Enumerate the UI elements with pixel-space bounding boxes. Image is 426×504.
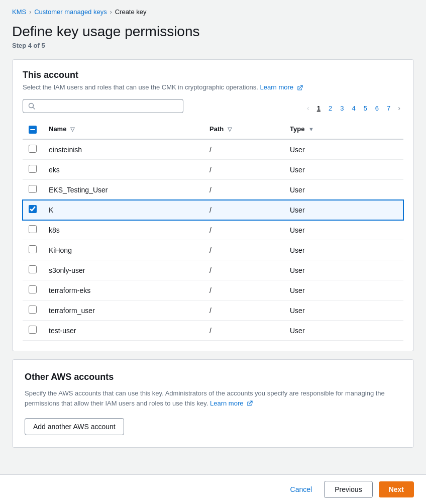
this-account-title: This account bbox=[23, 70, 403, 80]
row-checkbox-cell[interactable] bbox=[23, 300, 43, 321]
search-icon bbox=[28, 103, 35, 110]
pagination-page-7[interactable]: 7 bbox=[383, 103, 394, 114]
other-accounts-learn-more-link[interactable]: Learn more bbox=[210, 399, 253, 407]
pagination-page-2[interactable]: 2 bbox=[325, 103, 336, 114]
row-checkbox-cell[interactable] bbox=[23, 280, 43, 300]
pagination-page-5[interactable]: 5 bbox=[360, 103, 371, 114]
page-title: Define key usage permissions bbox=[12, 24, 414, 40]
row-name: K bbox=[43, 200, 203, 220]
row-checkbox-cell[interactable] bbox=[23, 220, 43, 240]
search-input[interactable] bbox=[38, 102, 178, 110]
row-type: User bbox=[284, 300, 403, 321]
row-name: s3only-user bbox=[43, 260, 203, 280]
row-type: User bbox=[284, 260, 403, 280]
this-account-learn-more-link[interactable]: Learn more bbox=[260, 83, 303, 91]
pagination-prev-arrow[interactable]: ‹ bbox=[304, 102, 312, 114]
row-path: / bbox=[203, 321, 284, 341]
other-accounts-desc: Specify the AWS accounts that can use th… bbox=[25, 388, 401, 408]
type-column-header[interactable]: Type ▼ bbox=[284, 119, 403, 139]
row-type: User bbox=[284, 240, 403, 260]
row-name: einsteinish bbox=[43, 139, 203, 160]
row-checkbox[interactable] bbox=[29, 285, 37, 293]
pagination-page-1[interactable]: 1 bbox=[313, 103, 324, 114]
row-checkbox[interactable] bbox=[29, 145, 37, 153]
row-path: / bbox=[203, 139, 284, 160]
row-path: / bbox=[203, 240, 284, 260]
type-sort-icon: ▼ bbox=[308, 126, 314, 132]
row-checkbox[interactable] bbox=[29, 225, 37, 233]
search-bar[interactable] bbox=[23, 99, 183, 113]
row-name: test-user bbox=[43, 321, 203, 341]
other-accounts-external-link-icon bbox=[247, 400, 253, 407]
breadcrumb-kms[interactable]: KMS bbox=[12, 8, 26, 16]
footer-bar: Cancel Previous Next bbox=[0, 474, 426, 504]
row-path: / bbox=[203, 280, 284, 300]
name-sort-icon: ▽ bbox=[70, 126, 74, 132]
row-checkbox[interactable] bbox=[29, 306, 37, 314]
row-checkbox[interactable] bbox=[29, 265, 37, 273]
row-checkbox-cell[interactable] bbox=[23, 139, 43, 160]
row-type: User bbox=[284, 160, 403, 180]
breadcrumb: KMS › Customer managed keys › Create key bbox=[12, 8, 414, 16]
row-checkbox[interactable] bbox=[29, 185, 37, 193]
pagination-page-3[interactable]: 3 bbox=[337, 103, 347, 114]
row-type: User bbox=[284, 180, 403, 200]
row-checkbox-cell[interactable] bbox=[23, 200, 43, 220]
previous-button[interactable]: Previous bbox=[324, 481, 372, 498]
table-row[interactable]: KiHong/User bbox=[23, 240, 403, 260]
row-type: User bbox=[284, 220, 403, 240]
row-type: User bbox=[284, 321, 403, 341]
external-link-icon bbox=[297, 85, 303, 91]
step-label: Step 4 of 5 bbox=[12, 42, 414, 49]
header-checkbox-minus[interactable] bbox=[29, 126, 37, 134]
pagination-page-6[interactable]: 6 bbox=[372, 103, 382, 114]
next-button[interactable]: Next bbox=[379, 481, 414, 497]
table-row[interactable]: terraform-eks/User bbox=[23, 280, 403, 300]
row-type: User bbox=[284, 139, 403, 160]
this-account-card: This account Select the IAM users and ro… bbox=[12, 59, 414, 351]
pagination: ‹ 1 2 3 4 5 6 7 › bbox=[304, 102, 403, 114]
svg-line-1 bbox=[33, 108, 35, 110]
row-path: / bbox=[203, 180, 284, 200]
row-name: terraform-eks bbox=[43, 280, 203, 300]
table-row[interactable]: terraform_user/User bbox=[23, 300, 403, 321]
row-name: terraform_user bbox=[43, 300, 203, 321]
name-column-header[interactable]: Name ▽ bbox=[43, 119, 203, 139]
cancel-button[interactable]: Cancel bbox=[284, 481, 318, 497]
row-checkbox[interactable] bbox=[29, 205, 37, 213]
row-checkbox[interactable] bbox=[29, 165, 37, 173]
users-table: Name ▽ Path ▽ Type ▼ einsteinish/Usereks… bbox=[23, 119, 403, 341]
path-column-header[interactable]: Path ▽ bbox=[203, 119, 284, 139]
row-checkbox[interactable] bbox=[29, 245, 37, 253]
row-name: eks bbox=[43, 160, 203, 180]
table-row[interactable]: k8s/User bbox=[23, 220, 403, 240]
table-row[interactable]: test-user/User bbox=[23, 321, 403, 341]
table-row[interactable]: EKS_Testing_User/User bbox=[23, 180, 403, 200]
breadcrumb-customer-managed-keys[interactable]: Customer managed keys bbox=[34, 8, 107, 16]
row-checkbox-cell[interactable] bbox=[23, 160, 43, 180]
other-accounts-card: Other AWS accounts Specify the AWS accou… bbox=[12, 359, 414, 448]
row-path: / bbox=[203, 260, 284, 280]
row-checkbox[interactable] bbox=[29, 326, 37, 334]
table-row[interactable]: einsteinish/User bbox=[23, 139, 403, 160]
row-type: User bbox=[284, 200, 403, 220]
table-row[interactable]: s3only-user/User bbox=[23, 260, 403, 280]
row-checkbox-cell[interactable] bbox=[23, 240, 43, 260]
row-checkbox-cell[interactable] bbox=[23, 260, 43, 280]
row-name: EKS_Testing_User bbox=[43, 180, 203, 200]
this-account-desc: Select the IAM users and roles that can … bbox=[23, 83, 403, 91]
row-checkbox-cell[interactable] bbox=[23, 321, 43, 341]
table-row[interactable]: K/User bbox=[23, 200, 403, 220]
row-checkbox-cell[interactable] bbox=[23, 180, 43, 200]
row-name: k8s bbox=[43, 220, 203, 240]
row-path: / bbox=[203, 220, 284, 240]
row-type: User bbox=[284, 280, 403, 300]
breadcrumb-create-key: Create key bbox=[115, 8, 147, 16]
row-path: / bbox=[203, 300, 284, 321]
pagination-next-arrow[interactable]: › bbox=[395, 102, 403, 114]
table-row[interactable]: eks/User bbox=[23, 160, 403, 180]
select-all-header[interactable] bbox=[23, 119, 43, 139]
pagination-page-4[interactable]: 4 bbox=[348, 103, 359, 114]
path-sort-icon: ▽ bbox=[228, 126, 232, 132]
add-account-button[interactable]: Add another AWS account bbox=[25, 418, 124, 435]
